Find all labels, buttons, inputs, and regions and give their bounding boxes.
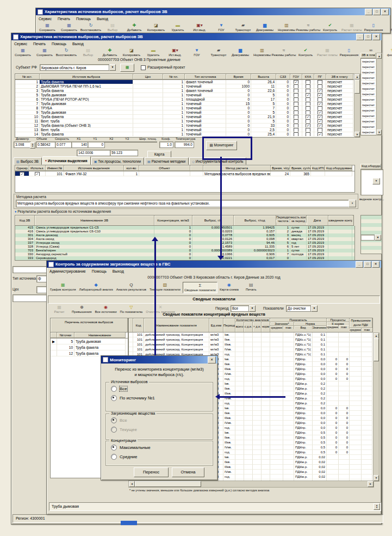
x2-field[interactable] [104, 141, 121, 143]
chevron-down-icon[interactable]: ▼ [372, 178, 380, 184]
toolbar-button[interactable]: ▣▾Ист.выд. [189, 22, 210, 33]
checkbox[interactable] [294, 84, 298, 89]
checkbox[interactable] [294, 89, 298, 93]
column-header[interactable]: Периодичность конт... [276, 215, 307, 219]
expanded-project-checkbox[interactable] [141, 65, 146, 70]
scroll-down-icon[interactable]: ▼ [377, 130, 382, 135]
table-row[interactable]: 333Сероводород00,02210,017017.09.2019 [15, 256, 354, 260]
toolbar-button[interactable]: ∞Поиск [385, 22, 392, 33]
checkbox[interactable] [294, 110, 298, 115]
toolbar-button[interactable]: ◪Копировать [121, 47, 142, 58]
chevron-down-icon[interactable]: ▼ [375, 235, 381, 241]
window-back-titlebar[interactable]: Характеристика источников выбросов, расч… [36, 8, 390, 15]
maximize-button[interactable]: □ [364, 34, 372, 40]
table-row[interactable]: пересчет [361, 81, 376, 86]
pay-list-scrollbar[interactable]: ▲ ▼ [376, 53, 382, 135]
checkbox[interactable] [294, 128, 298, 132]
browse-icon[interactable]: ▾ [349, 200, 356, 207]
checkbox[interactable]: ✓ [318, 93, 322, 97]
minimize-button[interactable]: _ [356, 34, 364, 40]
table-row[interactable]: 416Смесь углеводородов предельных С6-С10… [15, 230, 354, 233]
checkbox[interactable]: ✓ [318, 124, 322, 128]
radio-option[interactable]: Максимальные [111, 445, 213, 451]
menu-item[interactable]: Помощь [52, 42, 66, 46]
scroll-down-icon[interactable]: ▼ [374, 475, 379, 481]
checkbox[interactable]: ✓ [294, 80, 298, 84]
table-row[interactable]: пересчет [361, 130, 376, 135]
menu-item[interactable]: Сервис [39, 17, 52, 21]
column-header[interactable]: Проценты [327, 318, 350, 322]
checkbox[interactable] [306, 97, 310, 102]
radio-option[interactable]: Все [111, 386, 213, 392]
table-row[interactable]: ✓✓101Факел УМ-321Методика расчета выброс… [15, 171, 354, 176]
window-control-titlebar[interactable]: Контроль за содержанием загрязняющих вещ… [47, 261, 381, 268]
table-row[interactable]: 11Вент. труба1точечный050✓пересчет [15, 119, 354, 124]
column-header[interactable]: среднее [270, 326, 283, 329]
toolbar-button[interactable]: ▤Печать [241, 282, 262, 292]
column-header[interactable]: всего [235, 322, 244, 332]
toolbar-button[interactable]: ▦Сохранить [59, 22, 79, 33]
table-row[interactable]: пересчет [361, 59, 376, 64]
column-header[interactable]: Дата [307, 215, 328, 225]
maximize-button[interactable]: □ [364, 261, 371, 268]
temperature-field[interactable]: 994.0 [175, 141, 194, 148]
coef-field[interactable]: 1.0 [159, 141, 173, 148]
table-row[interactable]: 328Углерод (Сажа)01,458911,33565 лет17.0… [15, 245, 354, 249]
table-row[interactable]: 101диАлюминий триоксид. Концентрациямг/м… [129, 347, 374, 352]
table-row[interactable]: 8ТРУБА1точечный070пересчет [15, 106, 354, 110]
checkbox[interactable] [318, 128, 322, 132]
table-row[interactable]: 9Труба дымовая1точечный050✓пересчет [15, 110, 354, 115]
checkbox[interactable] [294, 93, 298, 97]
column-header[interactable]: Период [223, 318, 235, 332]
column-header[interactable]: Проведение контр... [328, 215, 352, 225]
period-combobox[interactable]: Все ▼ [231, 305, 256, 312]
toolbar-button[interactable]: ▼ГОУ [186, 47, 207, 58]
table-row[interactable]: пересчет [361, 108, 376, 113]
table-row[interactable]: 101диАлюминий триоксид. Концентрациямг/м… [129, 337, 374, 342]
table-row[interactable]: пересчет [361, 124, 376, 130]
toolbar-button[interactable]: ▣▾Ист.выд. [165, 47, 185, 58]
menu-item[interactable]: Выход [97, 17, 108, 21]
table-row[interactable]: 337Углерода оксид012,157394,465год17.09.… [15, 241, 354, 245]
toolbar-button[interactable]: ◪Копировать [146, 22, 166, 33]
toolbar-button[interactable]: ▬Удалить [143, 47, 164, 58]
table-row[interactable]: № ист.Источник выбросаЦех№ пл.Тип источн… [15, 74, 354, 79]
checkbox[interactable]: ✓ [306, 93, 310, 97]
column-header[interactable]: Концентрация, мг/м3 [154, 215, 192, 225]
toolbar-button[interactable]: ▬Удалить [167, 22, 188, 33]
scroll-left-icon[interactable]: ◄ [129, 481, 135, 487]
toolbar-button[interactable]: QАнализ результатов [115, 282, 147, 292]
scroll-right-icon[interactable]: ► [368, 481, 374, 487]
column-header[interactable]: Превышение доли ПДК [350, 318, 372, 328]
checkbox[interactable]: ✓ [306, 115, 310, 119]
menu-item[interactable]: Печать [58, 17, 70, 21]
checkbox[interactable] [318, 80, 322, 84]
toolbar-button[interactable]: ▆Диаграммы [254, 22, 275, 33]
cancel-button[interactable]: Отмена [172, 467, 204, 477]
chevron-down-icon[interactable]: ▼ [311, 305, 318, 312]
checkbox[interactable] [306, 102, 310, 106]
toolbar-button[interactable]: ▧Текущие показатели [148, 282, 182, 292]
checkbox[interactable] [318, 97, 322, 102]
column-header[interactable]: среднее [350, 328, 362, 331]
table-row[interactable]: 10Труба факела [51, 344, 128, 350]
checkbox[interactable] [294, 102, 298, 106]
transfer-button[interactable]: Перенос [134, 467, 169, 477]
table-row[interactable]: 330Ангидрид сернистый00,13660,9067полгод… [15, 252, 354, 256]
x1-field[interactable]: 140 [71, 141, 89, 148]
toolbar-button[interactable]: ≈Режимы работы [273, 47, 294, 58]
column-header[interactable]: частота [276, 219, 290, 223]
coord-y-field[interactable]: 59.123 [110, 150, 138, 156]
column-header[interactable]: max [283, 326, 294, 329]
toolbar-button[interactable]: ▰Транспорт [208, 47, 229, 58]
table-row[interactable]: 2ДЫМОВАЯ ТРУБА ПЕЧИ ПП-1,6 №11точечный10… [15, 84, 354, 89]
table-row[interactable]: 5Труба дымовая1точечный050✓✓пересчет [15, 93, 354, 97]
checkbox[interactable]: ✓ [318, 102, 322, 106]
column-header[interactable]: Выброс, г/с [192, 215, 234, 225]
table-row[interactable]: пересчет [361, 86, 376, 91]
radio-option[interactable]: По источнику №1 [111, 395, 213, 401]
tab[interactable]: ▣Тех.процессы, технологии [91, 157, 144, 165]
column-header[interactable]: норм [262, 322, 270, 332]
window-main-titlebar[interactable]: Характеристика источников выбросов, расч… [11, 33, 382, 40]
table-row[interactable]: пересчет [361, 91, 376, 97]
